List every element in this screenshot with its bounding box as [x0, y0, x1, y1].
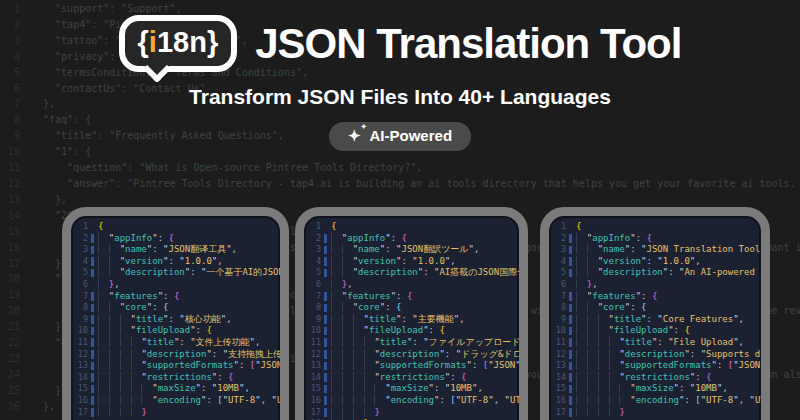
code-line: 4 "version": "1.0.0",: [549, 256, 761, 268]
code-line: 6 },: [549, 279, 761, 291]
code-line: 16 "encoding": ["UTF-8", "UTF-16"]: [71, 395, 280, 407]
code-line: 3 "name": "JSON Translation Tool",: [549, 244, 761, 256]
hero-title-row: {i18n} JSON Translation Tool: [119, 15, 682, 72]
code-panel-ja: 1{2 "appInfo": {3 "name": "JSON翻訳ツール",4 …: [295, 207, 528, 420]
code-line: 15 "maxSize": "10MB",: [304, 383, 519, 395]
code-line: 9 "title": "核心功能",: [71, 314, 280, 326]
code-line: 1{: [549, 221, 761, 233]
bg-code-line: 11 "question": "What is Open-source Pint…: [0, 160, 800, 176]
logo-i-accent: i: [149, 26, 157, 58]
code-line: 10 "fileUpload": {: [549, 325, 761, 337]
code-line: 16 "encoding": ["UTF-8", "UTF-16"]: [304, 395, 519, 407]
code-line: 17 }: [71, 407, 280, 419]
code-line: 10 "fileUpload": {: [71, 325, 280, 337]
code-line: 15 "maxSize": "10MB",: [549, 383, 761, 395]
code-line: 12 "description": "Supports drag and dro…: [549, 349, 761, 361]
code-line: 9 "title": "Core Features",: [549, 314, 761, 326]
code-line: 8 "core": {: [549, 302, 761, 314]
ai-powered-badge: ✦✦ AI-Powered: [329, 122, 471, 151]
code-line: 5 "description": "AI搭載のJSON国際化翻訳ツール",: [304, 267, 519, 279]
code-editor: 1{2 "appInfo": {3 "name": "JSON翻訳ツール",4 …: [304, 216, 519, 420]
code-line: 15 "maxSize": "10MB",: [71, 383, 280, 395]
code-line: 3 "name": "JSON翻译工具",: [71, 244, 280, 256]
code-line: 10 "fileUpload": {: [304, 325, 519, 337]
code-line: 12 "description": "支持拖拽上传JSON文件",: [71, 349, 280, 361]
code-panel-en: 1{2 "appInfo": {3 "name": "JSON Translat…: [540, 207, 770, 420]
code-line: 6 },: [71, 279, 280, 291]
code-line: 14 "restrictions": {: [304, 372, 519, 384]
code-line: 13 "supportedFormats": ["JSON"],: [549, 360, 761, 372]
sparkle-icon: ✦✦: [348, 128, 361, 143]
code-line: 8 "core": {: [71, 302, 280, 314]
code-line: 14 "restrictions": {: [549, 372, 761, 384]
code-line: 7 "features": {: [71, 291, 280, 303]
code-line: 2 "appInfo": {: [71, 233, 280, 245]
hero: {i18n} JSON Translation Tool Transform J…: [0, 15, 800, 151]
code-line: 8 "core": {: [304, 302, 519, 314]
code-line: 9 "title": "主要機能",: [304, 314, 519, 326]
code-line: 2 "appInfo": {: [549, 233, 761, 245]
code-editor: 1{2 "appInfo": {3 "name": "JSON Translat…: [549, 216, 761, 418]
code-line: 1{: [71, 221, 280, 233]
i18n-logo-badge: {i18n}: [119, 15, 238, 72]
code-line: 1{: [304, 221, 519, 233]
code-line: 13 "supportedFormats": ["JSON"],: [304, 360, 519, 372]
speech-bubble-tail: [142, 55, 170, 83]
code-line: 5 "description": "An AI-powered JSON i18…: [549, 267, 761, 279]
page-subtitle: Transform JSON Files Into 40+ Languages: [189, 85, 611, 109]
code-line: 13 "supportedFormats": ["JSON"],: [71, 360, 280, 372]
code-line: 4 "version": "1.0.0",: [304, 256, 519, 268]
code-line: 6 },: [304, 279, 519, 291]
logo-text: {i18n}: [138, 26, 219, 58]
code-line: 11 "title": "File Upload",: [549, 337, 761, 349]
code-line: 17 }: [549, 407, 761, 419]
code-line: 7 "features": {: [549, 291, 761, 303]
code-line: 11 "title": "文件上传功能",: [71, 337, 280, 349]
ai-powered-label: AI-Powered: [370, 127, 453, 144]
page-title: JSON Translation Tool: [255, 20, 681, 68]
code-line: 11 "title": "ファイルアップロード機能",: [304, 337, 519, 349]
code-line: 16 "encoding": ["UTF-8", "UTF-16"]: [549, 395, 761, 407]
code-line: 2 "appInfo": {: [304, 233, 519, 245]
code-line: 17 }: [304, 407, 519, 419]
code-line: 14 "restrictions": {: [71, 372, 280, 384]
code-panel-zh: 1{2 "appInfo": {3 "name": "JSON翻译工具",4 "…: [62, 207, 289, 420]
code-line: 3 "name": "JSON翻訳ツール",: [304, 244, 519, 256]
code-line: 12 "description": "ドラッグ&ドロップでアップロード",: [304, 349, 519, 361]
bg-code-line: 12 "answer": "Pintree Tools Directory - …: [0, 176, 800, 192]
code-line: 4 "version": "1.0.0",: [71, 256, 280, 268]
bg-code-line: 13 },: [0, 192, 800, 208]
code-line: 7 "features": {: [304, 291, 519, 303]
code-editor: 1{2 "appInfo": {3 "name": "JSON翻译工具",4 "…: [71, 216, 280, 418]
code-line: 5 "description": "一个基于AI的JSON国际化翻译工具",: [71, 267, 280, 279]
